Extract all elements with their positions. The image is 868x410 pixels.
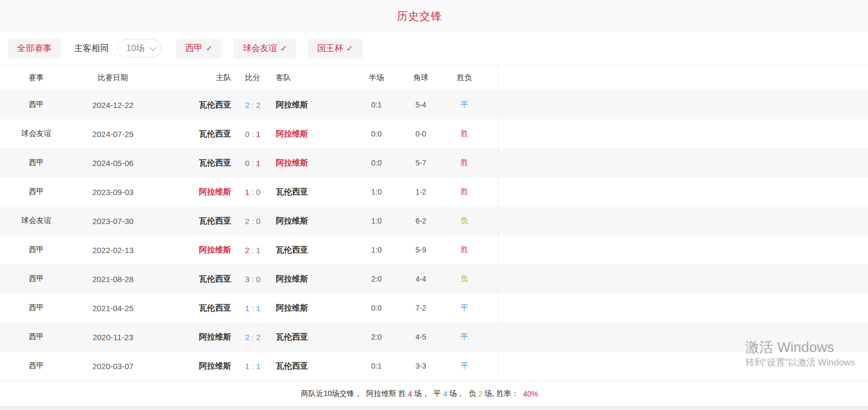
home-score: 0 bbox=[245, 159, 250, 168]
away-score: 0 bbox=[256, 275, 260, 284]
home-team-cell: 瓦伦西亚 bbox=[153, 158, 231, 168]
row-filler bbox=[498, 264, 868, 293]
league-filter-chip[interactable]: 球会友谊✓ bbox=[233, 39, 296, 59]
away-team-cell: 瓦伦西亚 bbox=[274, 245, 355, 255]
away-team-cell: 阿拉维斯 bbox=[274, 274, 355, 284]
check-icon: ✓ bbox=[280, 44, 287, 53]
score-colon: : bbox=[250, 217, 256, 226]
home-score: 3 bbox=[245, 275, 250, 284]
table-row[interactable]: 球会友谊 2024-07-25 瓦伦西亚 0:1 阿拉维斯 0:0 0-0 胜 bbox=[0, 119, 868, 148]
score-cell: 1:1 bbox=[231, 362, 274, 371]
halftime-cell: 0:0 bbox=[355, 304, 398, 312]
result-cell: 胜 bbox=[444, 158, 485, 168]
score-colon: : bbox=[250, 275, 256, 284]
competition-cell: 西甲 bbox=[0, 303, 73, 313]
table-row[interactable]: 西甲 2024-05-06 瓦伦西亚 0:1 阿拉维斯 0:0 5-7 胜 bbox=[0, 148, 868, 177]
corners-cell: 7-2 bbox=[398, 304, 444, 312]
header-corners: 角球 bbox=[398, 73, 444, 83]
result-cell: 平 bbox=[444, 303, 485, 313]
corners-cell: 5-4 bbox=[398, 100, 444, 109]
corners-cell: 4-5 bbox=[398, 333, 444, 341]
check-icon: ✓ bbox=[346, 44, 353, 53]
score-cell: 1:0 bbox=[231, 188, 274, 197]
league-chip-label: 西甲 bbox=[186, 43, 203, 54]
result-cell: 负 bbox=[444, 274, 485, 284]
summary-segment: 2 bbox=[478, 390, 482, 398]
filter-home-away-same[interactable]: 主客相同 bbox=[74, 43, 109, 54]
corners-cell: 1-2 bbox=[398, 188, 444, 196]
row-filler bbox=[498, 148, 868, 177]
result-cell: 平 bbox=[444, 332, 485, 342]
home-score: 1 bbox=[245, 188, 250, 197]
away-team-cell: 瓦伦西亚 bbox=[274, 361, 355, 371]
header-halftime: 半场 bbox=[355, 73, 398, 83]
result-cell: 平 bbox=[444, 100, 485, 110]
header-away-team: 客队 bbox=[274, 73, 355, 83]
match-rows: 西甲 2024-12-22 瓦伦西亚 2:2 阿拉维斯 0:1 5-4 平 球会… bbox=[0, 90, 868, 380]
row-filler bbox=[498, 206, 868, 235]
halftime-cell: 0:1 bbox=[355, 100, 398, 109]
halftime-cell: 1:0 bbox=[355, 217, 398, 225]
league-filter-chip[interactable]: 西甲✓ bbox=[176, 39, 222, 59]
score-colon: : bbox=[250, 100, 256, 110]
match-count-value: 10场 bbox=[126, 43, 145, 54]
score-cell: 1:1 bbox=[231, 304, 274, 313]
row-filler bbox=[498, 235, 868, 264]
result-cell: 胜 bbox=[444, 245, 485, 255]
halftime-cell: 1:0 bbox=[355, 246, 398, 254]
table-row[interactable]: 西甲 2021-08-28 瓦伦西亚 3:0 阿拉维斯 2:0 4-4 负 bbox=[0, 264, 868, 293]
halftime-cell: 0:1 bbox=[355, 362, 398, 370]
competition-cell: 球会友谊 bbox=[0, 216, 73, 226]
table-header-row: 赛事 比赛日期 主队 比分 客队 半场 角球 胜负 bbox=[0, 64, 868, 90]
summary-segment: 40% bbox=[523, 390, 538, 398]
league-filter-chip[interactable]: 国王杯✓ bbox=[308, 39, 362, 59]
page-title: 历史交锋 bbox=[397, 9, 442, 24]
away-team-cell: 瓦伦西亚 bbox=[274, 332, 355, 342]
home-score: 2 bbox=[245, 333, 250, 342]
halftime-cell: 2:0 bbox=[355, 333, 398, 341]
match-count-dropdown[interactable]: 10场 bbox=[117, 39, 161, 57]
result-cell: 胜 bbox=[444, 129, 485, 139]
away-score: 0 bbox=[256, 217, 260, 226]
score-colon: : bbox=[250, 246, 256, 255]
home-score: 1 bbox=[245, 304, 250, 313]
summary-segment: 场, 胜率： bbox=[482, 389, 523, 399]
header-date: 比赛日期 bbox=[73, 73, 153, 83]
score-colon: : bbox=[250, 362, 256, 371]
competition-cell: 球会友谊 bbox=[0, 129, 73, 139]
competition-cell: 西甲 bbox=[0, 361, 73, 371]
score-cell: 2:1 bbox=[231, 246, 274, 255]
row-filler bbox=[498, 351, 868, 380]
table-row[interactable]: 球会友谊 2023-07-30 瓦伦西亚 2:0 阿拉维斯 1:0 6-2 负 bbox=[0, 206, 868, 235]
date-cell: 2024-05-06 bbox=[73, 159, 153, 168]
summary-text: 两队近10场交锋， 阿拉维斯 胜 4 场， 平 4 场， 负 2 场, 胜率： … bbox=[0, 381, 839, 407]
league-chip-label: 球会友谊 bbox=[243, 43, 277, 54]
table-row[interactable]: 西甲 2020-11-23 阿拉维斯 2:2 瓦伦西亚 2:0 4-5 平 bbox=[0, 322, 868, 351]
halftime-cell: 2:0 bbox=[355, 275, 398, 283]
result-cell: 胜 bbox=[444, 187, 485, 197]
score-colon: : bbox=[250, 304, 256, 313]
home-score: 2 bbox=[245, 246, 250, 255]
score-cell: 3:0 bbox=[231, 275, 274, 284]
score-colon: : bbox=[250, 188, 256, 197]
filter-all-label: 全部赛事 bbox=[17, 43, 52, 54]
header-filler bbox=[498, 65, 868, 91]
home-team-cell: 瓦伦西亚 bbox=[153, 303, 231, 313]
date-cell: 2024-07-25 bbox=[73, 130, 153, 139]
table-row[interactable]: 西甲 2023-09-03 阿拉维斯 1:0 瓦伦西亚 1:0 1-2 胜 bbox=[0, 177, 868, 206]
filter-all-competitions[interactable]: 全部赛事 bbox=[8, 39, 61, 59]
away-team-cell: 瓦伦西亚 bbox=[274, 187, 355, 197]
home-team-cell: 瓦伦西亚 bbox=[153, 100, 231, 110]
table-row[interactable]: 西甲 2024-12-22 瓦伦西亚 2:2 阿拉维斯 0:1 5-4 平 bbox=[0, 90, 868, 119]
table-row[interactable]: 西甲 2020-03-07 阿拉维斯 1:1 瓦伦西亚 0:1 3-3 平 bbox=[0, 351, 868, 380]
home-team-cell: 阿拉维斯 bbox=[153, 245, 231, 255]
table-row[interactable]: 西甲 2022-02-13 阿拉维斯 2:1 瓦伦西亚 1:0 5-9 胜 bbox=[0, 235, 868, 264]
row-filler bbox=[498, 177, 868, 206]
home-score: 1 bbox=[245, 362, 250, 371]
score-cell: 2:2 bbox=[231, 100, 274, 110]
away-team-cell: 阿拉维斯 bbox=[274, 216, 355, 226]
home-score: 2 bbox=[245, 100, 250, 110]
table-row[interactable]: 西甲 2021-04-25 瓦伦西亚 1:1 阿拉维斯 0:0 7-2 平 bbox=[0, 293, 868, 322]
home-team-cell: 瓦伦西亚 bbox=[153, 129, 231, 139]
away-score: 1 bbox=[256, 362, 260, 371]
